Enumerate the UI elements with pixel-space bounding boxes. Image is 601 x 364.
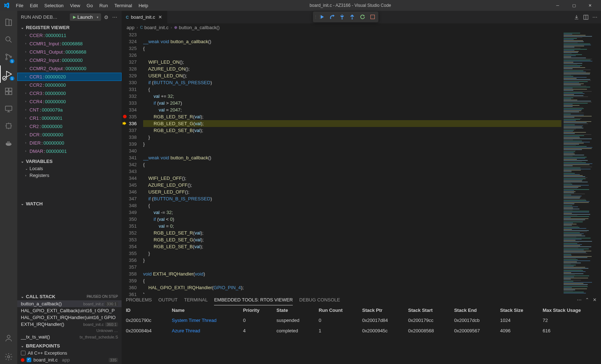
checkbox[interactable] bbox=[21, 351, 26, 355]
menu-help[interactable]: Help bbox=[136, 1, 151, 10]
register-row[interactable]: ›DMAR: 00000001 bbox=[17, 147, 122, 155]
panel-tab-debug-console[interactable]: DEBUG CONSOLE bbox=[299, 295, 340, 305]
menu-run[interactable]: Run bbox=[96, 1, 111, 10]
watch-header[interactable]: ⌄ WATCH bbox=[17, 200, 122, 208]
column-header[interactable]: Stack Ptr bbox=[358, 305, 404, 315]
breadcrumb-item[interactable]: board_init.c bbox=[144, 25, 168, 30]
tab-board-init-c[interactable]: C board_init.c ✕ bbox=[122, 11, 168, 23]
breakpoint-item[interactable]: All C++ Exceptions bbox=[17, 350, 122, 356]
step-into-button[interactable] bbox=[337, 12, 347, 22]
menu-go[interactable]: Go bbox=[84, 1, 96, 10]
column-header[interactable]: Run Count bbox=[314, 305, 358, 315]
account-icon[interactable] bbox=[0, 329, 17, 347]
step-over-button[interactable] bbox=[327, 12, 337, 22]
register-row[interactable]: ›CCR3: 00000000 bbox=[17, 89, 122, 97]
thread-name-link[interactable]: System Timer Thread bbox=[168, 315, 239, 326]
breakpoints-header[interactable]: ⌄ BREAKPOINTS bbox=[17, 342, 122, 350]
variables-header[interactable]: ⌄ VARIABLES bbox=[17, 157, 122, 165]
grip-icon[interactable]: ⋮⋮ bbox=[314, 12, 317, 22]
frame-fn: HAL_GPIO_EXTI_Callback(uint16_t GPIO_P bbox=[21, 308, 115, 313]
thread-name-link[interactable]: Azure Thread bbox=[168, 326, 239, 336]
split-editor-icon[interactable] bbox=[583, 14, 589, 20]
panel-tab-output[interactable]: OUTPUT bbox=[158, 295, 177, 305]
continue-button[interactable] bbox=[317, 12, 327, 22]
variables-scope[interactable]: ›Registers bbox=[17, 172, 122, 179]
register-row[interactable]: ›CCMR1_Output: 00006868 bbox=[17, 48, 122, 56]
breadcrumb[interactable]: app › C board_init.c › ⊕ button_a_callba… bbox=[122, 23, 601, 31]
chevron-up-icon[interactable]: ⌃ bbox=[585, 297, 589, 302]
code-content[interactable]: __weak void button_a_callback(){ WIFI_LE… bbox=[143, 31, 561, 294]
register-row[interactable]: ›EGR: xxxxxxxx bbox=[17, 155, 122, 157]
maximize-button[interactable]: ▢ bbox=[566, 0, 582, 11]
embedded-icon[interactable] bbox=[0, 117, 17, 135]
code-editor[interactable]: 3233243253263273283293303313323333343353… bbox=[122, 31, 601, 294]
panel-tab-terminal[interactable]: TERMINAL bbox=[184, 295, 208, 305]
menu-terminal[interactable]: Terminal bbox=[111, 1, 135, 10]
extensions-icon[interactable] bbox=[0, 83, 17, 100]
explorer-icon[interactable] bbox=[0, 14, 17, 31]
more-icon[interactable]: ⋯ bbox=[111, 14, 118, 20]
more-icon[interactable]: ⋯ bbox=[592, 14, 597, 20]
download-icon[interactable] bbox=[574, 14, 579, 20]
register-row[interactable]: ›CCR2: 00000000 bbox=[17, 81, 122, 89]
register-row[interactable]: ›CR2: 00000000 bbox=[17, 122, 122, 131]
minimize-button[interactable]: ─ bbox=[550, 0, 566, 11]
register-row[interactable]: ›DCR: 00000000 bbox=[17, 131, 122, 139]
menu-view[interactable]: View bbox=[67, 1, 83, 10]
register-viewer-header[interactable]: ⌄ REGISTER VIEWER bbox=[17, 23, 122, 31]
close-button[interactable]: ✕ bbox=[582, 0, 598, 11]
register-row[interactable]: ›DIER: 00000000 bbox=[17, 139, 122, 147]
search-icon[interactable] bbox=[0, 31, 17, 48]
register-row[interactable]: ›CCMR1_Input: 00006868 bbox=[17, 40, 122, 48]
column-header[interactable]: ID bbox=[122, 305, 168, 315]
launch-config-select[interactable]: ▶ Launch bbox=[70, 13, 101, 21]
thread-row[interactable]: 0x2001790cSystem Timer Thread0suspended0… bbox=[122, 315, 601, 326]
menu-file[interactable]: File bbox=[13, 1, 26, 10]
run-debug-icon[interactable]: 1 bbox=[0, 65, 17, 83]
thread-row[interactable]: 0x200084b4Azure Thread4completed10x20009… bbox=[122, 326, 601, 336]
settings-icon[interactable] bbox=[0, 350, 17, 364]
remote-icon[interactable] bbox=[0, 100, 17, 117]
column-header[interactable]: Priority bbox=[239, 305, 272, 315]
menu-edit[interactable]: Edit bbox=[27, 1, 41, 10]
column-header[interactable]: Name bbox=[168, 305, 239, 315]
callstack-header[interactable]: ⌄ CALL STACK PAUSED ON STEP bbox=[17, 292, 122, 300]
menu-selection[interactable]: Selection bbox=[41, 1, 66, 10]
step-out-button[interactable] bbox=[347, 12, 358, 22]
breadcrumb-item[interactable]: app bbox=[127, 25, 135, 30]
register-row[interactable]: ›CCR4: 00000000 bbox=[17, 97, 122, 106]
register-value: 00006868 bbox=[65, 49, 86, 55]
callstack-frame[interactable]: __tx_ts_wait()tx_thread_schedule.S bbox=[17, 333, 122, 340]
gear-icon[interactable]: ⚙ bbox=[103, 14, 109, 20]
column-header[interactable]: Stack Start bbox=[404, 305, 450, 315]
restart-button[interactable] bbox=[358, 12, 368, 22]
column-header[interactable]: State bbox=[272, 305, 314, 315]
panel-tab-embedded-tools-rtos-viewer[interactable]: EMBEDDED TOOLS: RTOS VIEWER bbox=[214, 295, 293, 305]
register-row[interactable]: ›CCMR2_Input: 00000000 bbox=[17, 56, 122, 64]
debug-toolbar[interactable]: ⋮⋮ bbox=[313, 12, 378, 22]
callstack-frame[interactable]: button_a_callback()board_init.c336:1 bbox=[17, 300, 122, 307]
breakpoint-item[interactable]: board_init.capp335 bbox=[17, 356, 122, 363]
source-control-icon[interactable]: 1 bbox=[0, 48, 17, 65]
callstack-frame[interactable]: Unknown … bbox=[17, 328, 122, 333]
minimap[interactable] bbox=[561, 31, 601, 294]
register-row[interactable]: ›CCR1: 00000020 bbox=[17, 73, 122, 81]
checkbox[interactable] bbox=[27, 358, 31, 362]
column-header[interactable]: Max Stack Usage bbox=[538, 305, 601, 315]
register-row[interactable]: ›CR1: 00000001 bbox=[17, 114, 122, 122]
register-row[interactable]: ›CNT: 0000079a bbox=[17, 106, 122, 114]
column-header[interactable]: Stack Size bbox=[496, 305, 538, 315]
variables-scope[interactable]: ⌄Locals bbox=[17, 165, 122, 172]
callstack-frame[interactable]: EXTI4_IRQHandler()board_init.c360:1 bbox=[17, 321, 122, 328]
close-icon[interactable]: ✕ bbox=[593, 297, 597, 302]
stop-button[interactable] bbox=[368, 12, 378, 22]
docker-icon[interactable] bbox=[0, 135, 17, 152]
callstack-frame[interactable]: HAL_GPIO_EXTI_IRQHandler(uint16_t GPIO bbox=[17, 314, 122, 321]
column-header[interactable]: Stack End bbox=[450, 305, 496, 315]
register-row[interactable]: ›CCER: 00000011 bbox=[17, 31, 122, 40]
close-icon[interactable]: ✕ bbox=[157, 14, 163, 20]
register-row[interactable]: ›CCMR2_Output: 00000000 bbox=[17, 64, 122, 73]
callstack-frame[interactable]: HAL_GPIO_EXTI_Callback(uint16_t GPIO_P bbox=[17, 307, 122, 314]
more-icon[interactable]: ⋯ bbox=[577, 297, 582, 302]
breadcrumb-item[interactable]: button_a_callback() bbox=[179, 25, 219, 30]
